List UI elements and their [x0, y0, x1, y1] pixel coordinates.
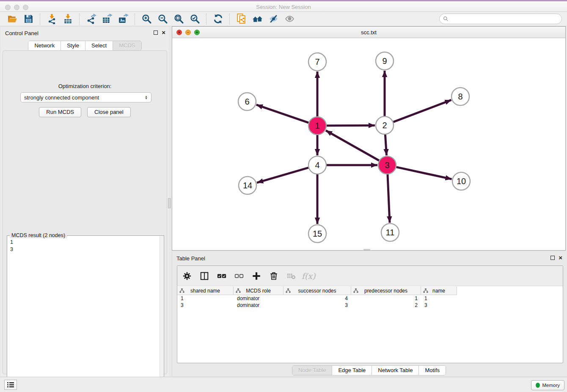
- graph-edge-2-8[interactable]: [394, 100, 451, 122]
- graph-edge-4-14[interactable]: [257, 168, 308, 182]
- criterion-value: strongly connected component: [24, 94, 99, 101]
- table-cell[interactable]: dominator: [234, 302, 284, 309]
- tab-network-table[interactable]: Network Table: [372, 366, 419, 375]
- mcds-result-text: 1 3: [10, 239, 13, 253]
- create-column-plus-icon[interactable]: [251, 271, 262, 282]
- graph-node-label-8: 8: [458, 92, 462, 101]
- tab-network[interactable]: Network: [28, 41, 61, 50]
- apply-layout-icon[interactable]: [212, 13, 224, 25]
- float-table-panel-icon[interactable]: [550, 256, 555, 260]
- function-builder-icon: f(x): [303, 271, 314, 282]
- mcds-result-box: MCDS result (2 nodes) 1 3: [7, 235, 164, 392]
- table-cell[interactable]: 3: [284, 302, 351, 309]
- graph-node-label-14: 14: [243, 181, 252, 190]
- criterion-select[interactable]: strongly connected component ▲▼: [20, 92, 151, 102]
- graph-edge-2-3[interactable]: [385, 135, 386, 155]
- search-input[interactable]: [451, 16, 561, 22]
- export-table-icon[interactable]: [101, 13, 113, 25]
- nested-network-icon[interactable]: [251, 13, 263, 25]
- save-session-icon[interactable]: [22, 13, 34, 25]
- table-cell[interactable]: 1: [351, 295, 421, 302]
- table-panel-header: Table Panel ×: [172, 252, 566, 265]
- mcds-result-title: MCDS result (2 nodes): [10, 232, 67, 238]
- graph-edge-3-1[interactable]: [326, 130, 379, 160]
- open-session-icon[interactable]: [6, 13, 18, 25]
- column-type-icon: [286, 288, 291, 293]
- zoom-fit-icon[interactable]: [173, 13, 184, 25]
- search-box[interactable]: [439, 14, 562, 24]
- control-panel-title: Control Panel: [5, 30, 39, 36]
- select-stepper-icon: ▲▼: [145, 95, 148, 99]
- column-header-shared-name[interactable]: shared name: [177, 287, 234, 295]
- graph-edge-3-11[interactable]: [388, 174, 390, 223]
- show-column-panel-icon[interactable]: [199, 271, 210, 282]
- tab-node-table[interactable]: Node Table: [292, 366, 333, 375]
- network-view-window: × − + scc.txt 7968124314101511: [172, 26, 566, 251]
- table-cell[interactable]: 1: [421, 295, 457, 302]
- table-settings-gear-icon[interactable]: [182, 271, 193, 282]
- column-header-successor-nodes[interactable]: successor nodes: [284, 287, 351, 295]
- column-header-label: successor nodes: [298, 288, 336, 294]
- column-header-name[interactable]: name: [421, 287, 457, 295]
- memory-button[interactable]: Memory: [531, 380, 564, 390]
- network-graph: 7968124314101511: [172, 38, 565, 250]
- toolbar-separator: [206, 14, 206, 25]
- task-history-button[interactable]: [4, 380, 17, 390]
- graph-node-label-9: 9: [382, 56, 387, 66]
- graph-node-label-2: 2: [382, 121, 387, 130]
- column-header-MCDS-role[interactable]: MCDS role: [234, 287, 284, 295]
- run-mcds-button[interactable]: Run MCDS: [39, 107, 81, 117]
- graph-edge-3-10[interactable]: [396, 167, 451, 179]
- node-table-container: f(x) shared nameMCDS rolesuccessor nodes…: [177, 265, 563, 363]
- tab-edge-table[interactable]: Edge Table: [332, 366, 372, 375]
- close-panel-icon[interactable]: ×: [162, 30, 165, 35]
- tab-style[interactable]: Style: [61, 41, 85, 50]
- toolbar-separator: [79, 14, 80, 25]
- network-canvas[interactable]: 7968124314101511: [172, 38, 565, 250]
- zoom-selected-icon[interactable]: [189, 13, 201, 25]
- float-panel-icon[interactable]: [154, 30, 158, 35]
- table-row[interactable]: 3dominator323: [177, 302, 457, 309]
- graph-edge-1-6[interactable]: [256, 105, 308, 122]
- close-panel-button[interactable]: Close panel: [87, 107, 131, 117]
- table-row[interactable]: 1dominator411: [177, 295, 457, 302]
- network-window-titlebar[interactable]: × − + scc.txt: [172, 27, 565, 38]
- graph-node-label-15: 15: [313, 229, 322, 238]
- tab-mcds[interactable]: MCDS: [113, 41, 141, 50]
- window-title: Session: New Session: [0, 4, 567, 10]
- table-cell[interactable]: 3: [177, 302, 234, 309]
- deselect-all-icon[interactable]: [234, 271, 245, 282]
- tab-select[interactable]: Select: [85, 41, 113, 50]
- table-cell[interactable]: 4: [284, 295, 351, 302]
- table-cell[interactable]: 1: [177, 295, 234, 302]
- splitter-handle[interactable]: [168, 198, 171, 208]
- export-image-icon[interactable]: [117, 13, 129, 25]
- zoom-out-icon[interactable]: [157, 13, 168, 25]
- column-header-predecessor-nodes[interactable]: predecessor nodes: [351, 287, 421, 295]
- control-panel-tabs: Network Style Select MCDS: [1, 41, 169, 51]
- delete-table-icon: [286, 271, 297, 282]
- graph-node-label-10: 10: [457, 177, 466, 186]
- hide-details-icon[interactable]: [267, 13, 279, 25]
- select-all-icon[interactable]: [216, 271, 227, 282]
- graph-node-label-1: 1: [315, 121, 319, 130]
- column-header-label: MCDS role: [246, 288, 271, 294]
- delete-column-trash-icon[interactable]: [268, 271, 279, 282]
- toolbar-separator: [135, 14, 135, 25]
- clone-network-icon[interactable]: [235, 13, 247, 25]
- table-cell[interactable]: 3: [421, 302, 457, 309]
- close-table-panel-icon[interactable]: ×: [559, 255, 562, 260]
- zoom-in-icon[interactable]: [140, 13, 152, 25]
- import-table-icon[interactable]: [62, 13, 74, 25]
- table-cell[interactable]: dominator: [234, 295, 284, 302]
- table-cell[interactable]: 2: [351, 302, 421, 309]
- graph-edge-1-2[interactable]: [327, 125, 375, 126]
- export-network-icon[interactable]: [85, 13, 97, 25]
- toolbar-separator: [40, 14, 40, 25]
- result-scrollbar[interactable]: [160, 236, 163, 392]
- import-network-icon[interactable]: [46, 13, 58, 25]
- tab-motifs[interactable]: Motifs: [419, 366, 446, 375]
- canvas-resize-grip[interactable]: [363, 249, 370, 250]
- control-panel: Control Panel × Network Style Select MCD…: [1, 27, 169, 377]
- control-panel-header: Control Panel ×: [1, 27, 169, 39]
